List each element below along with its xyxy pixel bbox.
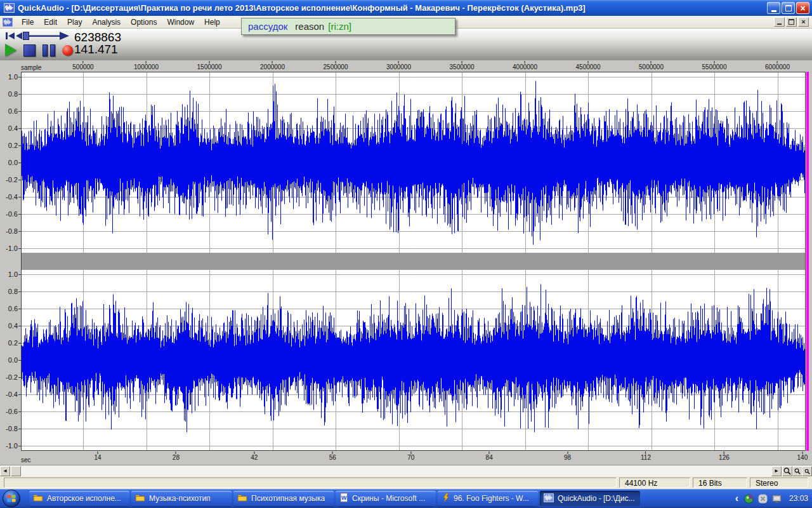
y-axis-tick <box>18 309 21 309</box>
transport-controls <box>5 43 73 58</box>
popup-transcription: [ri:zn] <box>328 21 351 32</box>
y-axis-label: 0.0 <box>0 357 18 364</box>
y-axis-label: 1.0 <box>0 271 18 278</box>
taskbar-button[interactable]: Музыка-психотип <box>131 491 232 506</box>
taskbar-button-label: Скрины - Microsoft ... <box>352 494 425 503</box>
start-button[interactable] <box>2 489 21 508</box>
seconds-tick: 70 <box>407 451 414 462</box>
menu-item-window[interactable]: Window <box>162 17 199 28</box>
zoom-out-button[interactable] <box>792 466 802 476</box>
playback-cursor[interactable] <box>806 72 809 451</box>
menu-item-options[interactable]: Options <box>126 17 162 28</box>
seek-slider[interactable] <box>5 31 71 41</box>
seconds-ruler-label: sec <box>21 457 31 464</box>
title-bar: QuickAudio - [D:\Диссертация\Практика по… <box>0 0 812 16</box>
y-axis-label: 0.0 <box>0 159 18 166</box>
play-button[interactable] <box>5 44 16 57</box>
sample-rate-panel: 44100 Hz <box>619 478 690 488</box>
mdi-close-button[interactable]: × <box>798 17 809 27</box>
waveform-left-channel[interactable] <box>22 72 805 253</box>
y-axis-tick <box>18 429 21 429</box>
document-icon <box>3 18 13 27</box>
scrollbar-thumb[interactable] <box>11 466 21 476</box>
taskbar-button[interactable]: Авторское исполне... <box>29 491 129 506</box>
menu-item-file[interactable]: File <box>16 17 39 28</box>
system-tray: ‹ 23:03 <box>735 489 808 508</box>
svg-text:W: W <box>341 495 347 501</box>
stop-button[interactable] <box>23 44 36 57</box>
y-axis-tick <box>18 197 21 197</box>
pause-button[interactable] <box>43 44 55 57</box>
taskbar-button-label: 96. Foo Fighters - W... <box>454 494 529 503</box>
y-axis-label: 1.0 <box>0 74 18 81</box>
waveform-region: sample 500000100000015000002000000250000… <box>0 60 812 465</box>
player-icon[interactable] <box>744 494 754 504</box>
y-axis-label: -0.2 <box>0 177 18 184</box>
sample-tick: 4000000 <box>513 60 537 71</box>
menu-item-edit[interactable]: Edit <box>39 17 62 28</box>
y-axis-tick <box>18 411 21 412</box>
word-icon: W <box>339 493 348 504</box>
sample-tick: 500000 <box>72 60 93 71</box>
y-axis-label: -0.8 <box>0 425 18 432</box>
taskbar-buttons: Авторское исполне...Музыка-психотипПсихо… <box>29 491 640 506</box>
y-axis-label: -1.0 <box>0 443 18 450</box>
taskbar-button[interactable]: 96. Foo Fighters - W... <box>438 491 538 506</box>
folder-icon <box>237 493 247 504</box>
bit-depth-panel: 16 Bits <box>693 478 747 488</box>
waveform-right-channel[interactable] <box>22 270 805 450</box>
y-axis-tick <box>18 446 21 446</box>
y-axis-tick <box>18 394 21 395</box>
mdi-restore-button[interactable] <box>786 17 797 27</box>
horizontal-scrollbar[interactable]: ◄ ► <box>0 465 812 476</box>
channel-separator <box>22 253 805 270</box>
taskbar-button-label: Психотипная музыка <box>251 494 325 503</box>
taskbar-button[interactable]: Психотипная музыка <box>233 491 334 506</box>
taskbar-button[interactable]: QuickAudio - [D:\Дис... <box>540 491 640 506</box>
taskbar-button-label: QuickAudio - [D:\Дис... <box>558 494 635 503</box>
y-axis-tick <box>18 111 21 112</box>
magnifier-small-icon <box>804 469 810 474</box>
close-button[interactable]: × <box>796 2 809 14</box>
menu-items: FileEditPlayAnalysisOptionsWindowHelp <box>16 17 225 28</box>
mdi-minimize-button[interactable] <box>774 17 785 27</box>
quickaudio-window: QuickAudio - [D:\Диссертация\Практика по… <box>0 0 812 508</box>
time-position: 141.471 <box>74 43 121 55</box>
record-button[interactable] <box>62 45 73 56</box>
folder-icon <box>33 493 43 504</box>
dictionary-popup: рассудок reason [ri:zn] <box>241 18 455 35</box>
taskbar: Авторское исполне...Музыка-психотипПсихо… <box>0 489 812 508</box>
restore-button[interactable] <box>782 2 795 14</box>
seek-thumb <box>23 32 29 40</box>
seconds-tick: 14 <box>94 451 101 462</box>
seconds-tick: 98 <box>564 451 571 462</box>
y-axis-tick <box>18 343 21 344</box>
seconds-tick: 126 <box>719 451 730 462</box>
menu-item-analysis[interactable]: Analysis <box>87 17 126 28</box>
messenger-icon[interactable] <box>758 494 768 504</box>
y-axis-label: -0.4 <box>0 194 18 201</box>
seconds-ruler: sec 14284256708498112126140 <box>0 451 812 465</box>
winamp-icon <box>442 493 450 504</box>
zoom-in-button[interactable] <box>782 466 792 476</box>
y-axis-label: 0.4 <box>0 323 18 330</box>
scroll-right-button[interactable]: ► <box>771 466 782 476</box>
taskbar-button-label: Авторское исполне... <box>47 494 121 503</box>
quickaudio-icon <box>544 493 554 504</box>
minimize-button[interactable] <box>767 2 780 14</box>
collapse-chevron-icon[interactable]: ‹ <box>735 493 738 504</box>
scroll-left-button[interactable]: ◄ <box>0 466 10 476</box>
taskbar-button[interactable]: WСкрины - Microsoft ... <box>336 491 436 506</box>
display-icon[interactable] <box>772 494 782 504</box>
mdi-window-controls: × <box>774 17 810 27</box>
zoom-fit-button[interactable] <box>802 466 812 476</box>
sample-ruler-label: sample <box>21 64 41 71</box>
sample-tick: 1500000 <box>197 60 222 71</box>
waveform-plot <box>21 72 806 451</box>
sample-tick: 2500000 <box>324 60 348 71</box>
y-axis-tick <box>18 94 21 95</box>
menu-item-play[interactable]: Play <box>62 17 87 28</box>
menu-item-help[interactable]: Help <box>199 17 225 28</box>
y-axis-tick <box>18 128 21 129</box>
sample-position: 6238863 <box>74 31 121 43</box>
